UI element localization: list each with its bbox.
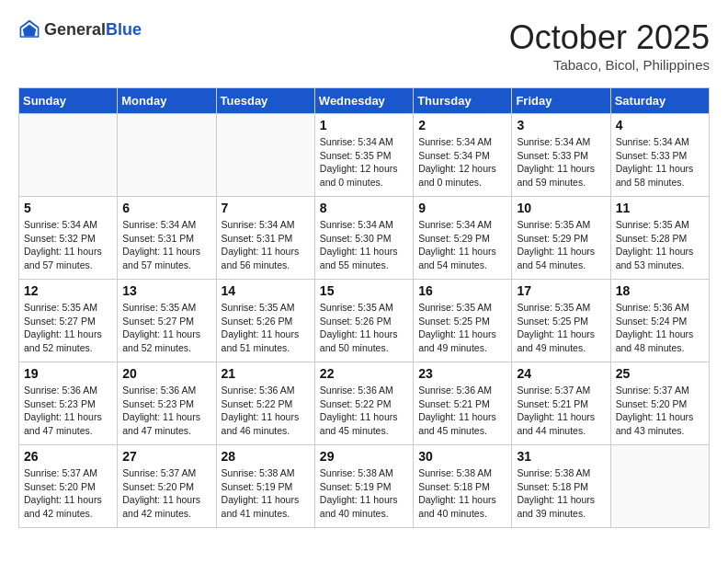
calendar-cell: 29Sunrise: 5:38 AM Sunset: 5:19 PM Dayli… [314, 445, 413, 528]
calendar-cell: 3Sunrise: 5:34 AM Sunset: 5:33 PM Daylig… [512, 114, 610, 197]
header-cell-thursday: Thursday [414, 88, 512, 114]
week-row-2: 12Sunrise: 5:35 AM Sunset: 5:27 PM Dayli… [19, 280, 710, 362]
calendar-cell: 13Sunrise: 5:35 AM Sunset: 5:27 PM Dayli… [118, 280, 216, 362]
header-row: SundayMondayTuesdayWednesdayThursdayFrid… [19, 88, 710, 114]
day-info: Sunrise: 5:36 AM Sunset: 5:24 PM Dayligh… [616, 301, 704, 355]
day-info: Sunrise: 5:38 AM Sunset: 5:19 PM Dayligh… [222, 466, 310, 521]
calendar-cell: 15Sunrise: 5:35 AM Sunset: 5:26 PM Dayli… [314, 280, 413, 362]
calendar-cell: 22Sunrise: 5:36 AM Sunset: 5:22 PM Dayli… [314, 362, 413, 445]
day-info: Sunrise: 5:34 AM Sunset: 5:31 PM Dayligh… [222, 218, 310, 272]
day-number: 4 [616, 118, 704, 132]
day-info: Sunrise: 5:34 AM Sunset: 5:33 PM Dayligh… [517, 135, 605, 190]
day-number: 6 [122, 201, 210, 215]
calendar-cell [610, 445, 709, 528]
day-info: Sunrise: 5:34 AM Sunset: 5:31 PM Dayligh… [122, 218, 210, 272]
day-info: Sunrise: 5:36 AM Sunset: 5:22 PM Dayligh… [222, 384, 310, 438]
day-number: 21 [222, 366, 310, 381]
calendar-cell: 6Sunrise: 5:34 AM Sunset: 5:31 PM Daylig… [118, 197, 216, 280]
day-number: 19 [24, 366, 112, 381]
calendar-cell: 19Sunrise: 5:36 AM Sunset: 5:23 PM Dayli… [19, 362, 118, 445]
day-number: 14 [222, 283, 310, 298]
day-number: 17 [517, 283, 605, 298]
day-number: 31 [517, 449, 605, 464]
calendar-body: 1Sunrise: 5:34 AM Sunset: 5:35 PM Daylig… [19, 114, 710, 528]
day-number: 3 [517, 118, 605, 132]
day-number: 30 [418, 449, 506, 464]
calendar-cell: 18Sunrise: 5:36 AM Sunset: 5:24 PM Dayli… [610, 280, 709, 362]
day-info: Sunrise: 5:38 AM Sunset: 5:19 PM Dayligh… [320, 466, 408, 521]
calendar-cell: 7Sunrise: 5:34 AM Sunset: 5:31 PM Daylig… [216, 197, 314, 280]
location: Tabaco, Bicol, Philippines [509, 57, 710, 73]
day-number: 24 [517, 366, 605, 381]
calendar-cell: 2Sunrise: 5:34 AM Sunset: 5:34 PM Daylig… [414, 114, 512, 197]
calendar-cell: 23Sunrise: 5:36 AM Sunset: 5:21 PM Dayli… [414, 362, 512, 445]
day-info: Sunrise: 5:34 AM Sunset: 5:35 PM Dayligh… [320, 135, 408, 190]
day-info: Sunrise: 5:35 AM Sunset: 5:25 PM Dayligh… [517, 301, 605, 355]
calendar-cell: 17Sunrise: 5:35 AM Sunset: 5:25 PM Dayli… [512, 280, 610, 362]
calendar-cell: 24Sunrise: 5:37 AM Sunset: 5:21 PM Dayli… [512, 362, 610, 445]
day-info: Sunrise: 5:36 AM Sunset: 5:21 PM Dayligh… [418, 384, 506, 438]
day-number: 13 [122, 283, 210, 298]
day-info: Sunrise: 5:34 AM Sunset: 5:33 PM Dayligh… [616, 135, 704, 190]
day-number: 26 [24, 449, 112, 464]
day-info: Sunrise: 5:35 AM Sunset: 5:26 PM Dayligh… [320, 301, 408, 355]
calendar-cell: 4Sunrise: 5:34 AM Sunset: 5:33 PM Daylig… [610, 114, 709, 197]
day-number: 23 [418, 366, 506, 381]
calendar-cell: 1Sunrise: 5:34 AM Sunset: 5:35 PM Daylig… [314, 114, 413, 197]
day-number: 25 [616, 366, 704, 381]
day-number: 16 [418, 283, 506, 298]
week-row-3: 19Sunrise: 5:36 AM Sunset: 5:23 PM Dayli… [19, 362, 710, 445]
day-number: 2 [418, 118, 506, 132]
calendar-cell: 26Sunrise: 5:37 AM Sunset: 5:20 PM Dayli… [19, 445, 118, 528]
day-info: Sunrise: 5:34 AM Sunset: 5:30 PM Dayligh… [320, 218, 408, 272]
day-number: 12 [24, 283, 112, 298]
week-row-1: 5Sunrise: 5:34 AM Sunset: 5:32 PM Daylig… [19, 197, 710, 280]
calendar-cell: 27Sunrise: 5:37 AM Sunset: 5:20 PM Dayli… [118, 445, 216, 528]
calendar-cell [19, 114, 118, 197]
day-info: Sunrise: 5:34 AM Sunset: 5:29 PM Dayligh… [418, 218, 506, 272]
logo-blue: Blue [106, 20, 142, 39]
calendar-cell: 14Sunrise: 5:35 AM Sunset: 5:26 PM Dayli… [216, 280, 314, 362]
logo-icon [18, 18, 40, 40]
day-number: 15 [320, 283, 408, 298]
calendar-cell: 11Sunrise: 5:35 AM Sunset: 5:28 PM Dayli… [610, 197, 709, 280]
logo-general: General [44, 20, 106, 39]
header-cell-monday: Monday [118, 88, 216, 114]
day-info: Sunrise: 5:35 AM Sunset: 5:27 PM Dayligh… [122, 301, 210, 355]
calendar-cell: 8Sunrise: 5:34 AM Sunset: 5:30 PM Daylig… [314, 197, 413, 280]
day-info: Sunrise: 5:38 AM Sunset: 5:18 PM Dayligh… [418, 466, 506, 521]
day-number: 10 [517, 201, 605, 215]
title-block: October 2025 Tabaco, Bicol, Philippines [509, 18, 710, 73]
logo: GeneralBlue [18, 18, 142, 40]
day-info: Sunrise: 5:35 AM Sunset: 5:29 PM Dayligh… [517, 218, 605, 272]
day-number: 28 [222, 449, 310, 464]
day-number: 5 [24, 201, 112, 215]
day-number: 20 [122, 366, 210, 381]
calendar-cell: 20Sunrise: 5:36 AM Sunset: 5:23 PM Dayli… [118, 362, 216, 445]
day-info: Sunrise: 5:38 AM Sunset: 5:18 PM Dayligh… [517, 466, 605, 521]
day-info: Sunrise: 5:35 AM Sunset: 5:28 PM Dayligh… [616, 218, 704, 272]
calendar-header: SundayMondayTuesdayWednesdayThursdayFrid… [19, 88, 710, 114]
week-row-4: 26Sunrise: 5:37 AM Sunset: 5:20 PM Dayli… [19, 445, 710, 528]
header-cell-saturday: Saturday [610, 88, 709, 114]
day-info: Sunrise: 5:37 AM Sunset: 5:20 PM Dayligh… [122, 466, 210, 521]
week-row-0: 1Sunrise: 5:34 AM Sunset: 5:35 PM Daylig… [19, 114, 710, 197]
header-cell-sunday: Sunday [19, 88, 118, 114]
calendar-cell: 12Sunrise: 5:35 AM Sunset: 5:27 PM Dayli… [19, 280, 118, 362]
day-info: Sunrise: 5:34 AM Sunset: 5:32 PM Dayligh… [24, 218, 112, 272]
day-number: 8 [320, 201, 408, 215]
month-title: October 2025 [509, 18, 710, 57]
calendar-cell: 5Sunrise: 5:34 AM Sunset: 5:32 PM Daylig… [19, 197, 118, 280]
day-info: Sunrise: 5:35 AM Sunset: 5:26 PM Dayligh… [222, 301, 310, 355]
day-number: 27 [122, 449, 210, 464]
day-info: Sunrise: 5:37 AM Sunset: 5:20 PM Dayligh… [24, 466, 112, 521]
day-number: 9 [418, 201, 506, 215]
page-header: GeneralBlue October 2025 Tabaco, Bicol, … [18, 18, 710, 73]
calendar-cell: 16Sunrise: 5:35 AM Sunset: 5:25 PM Dayli… [414, 280, 512, 362]
day-info: Sunrise: 5:36 AM Sunset: 5:23 PM Dayligh… [24, 384, 112, 438]
calendar-cell: 10Sunrise: 5:35 AM Sunset: 5:29 PM Dayli… [512, 197, 610, 280]
day-info: Sunrise: 5:36 AM Sunset: 5:22 PM Dayligh… [320, 384, 408, 438]
calendar-cell [118, 114, 216, 197]
header-cell-wednesday: Wednesday [314, 88, 413, 114]
day-number: 11 [616, 201, 704, 215]
